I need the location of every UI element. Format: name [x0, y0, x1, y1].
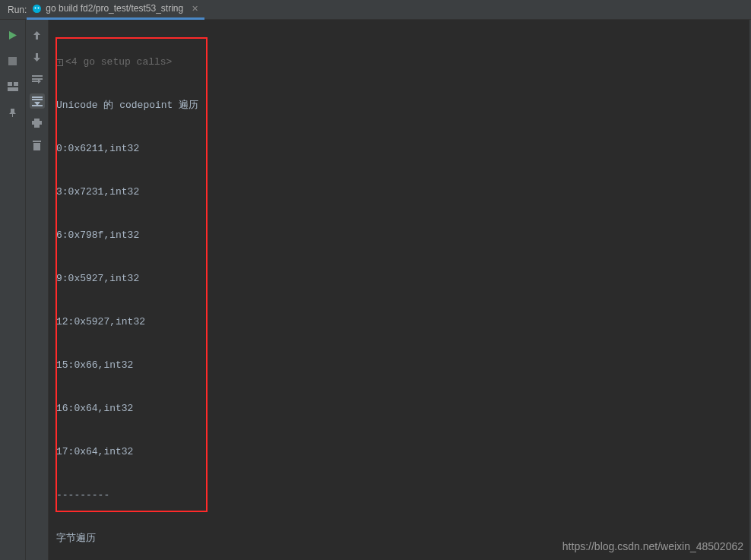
- svg-rect-14: [32, 121, 42, 125]
- content-area: +<4 go setup calls> Unicode 的 codepoint …: [0, 20, 751, 560]
- svg-rect-17: [33, 143, 40, 150]
- layout-button[interactable]: [5, 79, 21, 94]
- svg-point-1: [34, 7, 36, 8]
- svg-rect-7: [8, 87, 18, 91]
- output-line: 12:0x5927,int32: [56, 315, 749, 329]
- output-line: ---------: [56, 488, 749, 502]
- scroll-to-end-button[interactable]: [30, 93, 45, 109]
- svg-rect-12: [32, 105, 43, 106]
- svg-rect-10: [32, 96, 43, 98]
- soft-wrap-button[interactable]: [30, 71, 45, 87]
- svg-marker-3: [9, 31, 17, 40]
- svg-rect-5: [8, 82, 12, 86]
- svg-rect-11: [32, 99, 43, 100]
- setup-calls-line: +<4 go setup calls>: [56, 55, 749, 69]
- svg-rect-4: [8, 57, 17, 65]
- close-icon[interactable]: ✕: [192, 4, 198, 14]
- output-line: 17:0x64,int32: [56, 445, 749, 459]
- output-line: 3:0x7231,int32: [56, 185, 749, 199]
- svg-rect-8: [32, 75, 43, 77]
- go-file-icon: [31, 3, 42, 14]
- svg-point-0: [33, 5, 41, 13]
- run-config-tab[interactable]: go build fd2/pro_test/test53_string ✕: [27, 0, 204, 20]
- delete-button[interactable]: [30, 138, 45, 153]
- tab-title: go build fd2/pro_test/test53_string: [46, 3, 183, 14]
- svg-point-2: [37, 7, 39, 8]
- pin-button[interactable]: [5, 105, 21, 120]
- output-line: 16:0x64,int32: [56, 401, 749, 416]
- stop-button[interactable]: [5, 53, 21, 68]
- output-line: Unicode 的 codepoint 遍历: [56, 98, 749, 112]
- svg-rect-9: [32, 78, 43, 80]
- svg-rect-16: [33, 141, 41, 142]
- down-arrow-icon[interactable]: [30, 49, 45, 65]
- console-output[interactable]: +<4 go setup calls> Unicode 的 codepoint …: [49, 20, 749, 560]
- watermark: https://blog.csdn.net/weixin_48502062: [562, 540, 743, 552]
- output-line: 6:0x798f,int32: [56, 228, 749, 242]
- print-button[interactable]: [30, 115, 45, 131]
- svg-rect-13: [34, 119, 40, 121]
- svg-rect-6: [14, 82, 18, 86]
- svg-rect-15: [34, 125, 40, 128]
- rerun-button[interactable]: [5, 27, 21, 43]
- run-label: Run:: [8, 5, 27, 15]
- console-toolbar: [26, 20, 49, 560]
- output-line: 15:0x66,int32: [56, 358, 749, 372]
- up-arrow-icon[interactable]: [30, 27, 45, 43]
- output-line: 9:0x5927,int32: [56, 271, 749, 286]
- left-toolbar: [0, 20, 26, 560]
- output-line: 0:0x6211,int32: [56, 141, 749, 156]
- run-tool-header: Run: go build fd2/pro_test/test53_string…: [0, 0, 751, 20]
